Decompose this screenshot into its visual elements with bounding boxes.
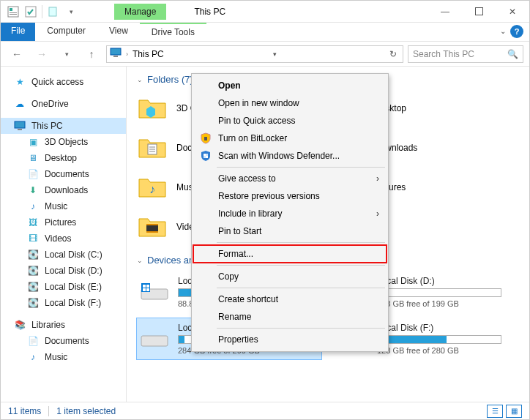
ctx-label: Scan with Windows Defender...: [218, 151, 340, 161]
refresh-button[interactable]: ↻: [387, 49, 400, 59]
sidebar-item-label: Downloads: [45, 185, 88, 195]
address-box[interactable]: › This PC ▾ ↻: [106, 45, 403, 63]
svg-rect-25: [146, 285, 149, 288]
sidebar-local-disk-d[interactable]: 💽Local Disk (D:): [1, 263, 126, 279]
ctx-give-access-to[interactable]: Give access to›: [193, 170, 387, 187]
drive-icon: 💽: [27, 249, 39, 260]
sidebar-desktop[interactable]: 🖥Desktop: [1, 150, 126, 166]
drive-icon: 💽: [27, 265, 39, 277]
ctx-pin-to-start[interactable]: Pin to Start: [193, 222, 387, 240]
drive-label: Local Disk (F:): [377, 323, 501, 333]
nav-back-button[interactable]: ←: [7, 45, 27, 64]
sidebar-local-disk-c[interactable]: 💽Local Disk (C:): [1, 247, 126, 263]
view-details-button[interactable]: ☰: [487, 405, 503, 418]
sidebar-item-label: Quick access: [31, 77, 83, 87]
view-tab[interactable]: View: [97, 23, 140, 41]
ctx-rename[interactable]: Rename: [193, 308, 387, 326]
svg-rect-31: [204, 137, 207, 140]
sidebar-videos[interactable]: 🎞Videos: [1, 230, 126, 247]
nav-up-button[interactable]: ↑: [81, 45, 102, 64]
sidebar-item-label: Music: [45, 352, 67, 362]
ctx-separator: [217, 328, 385, 329]
sidebar-music[interactable]: ♪Music: [1, 198, 126, 214]
sidebar-downloads[interactable]: ⬇Downloads: [1, 182, 126, 198]
folder-icon: [137, 211, 168, 242]
minimize-button[interactable]: —: [428, 1, 462, 23]
ctx-label: Include in library: [218, 209, 282, 219]
section-title-label: Folders (7): [147, 74, 193, 85]
ctx-format[interactable]: Format...: [193, 245, 387, 263]
sidebar-libraries[interactable]: 📚Libraries: [1, 317, 126, 333]
ctx-separator: [217, 265, 385, 266]
help-button[interactable]: ?: [510, 25, 523, 38]
drive-icon: [138, 326, 171, 352]
breadcrumb-location[interactable]: This PC: [132, 49, 164, 59]
ctx-open[interactable]: Open: [193, 77, 387, 94]
qat-properties-icon[interactable]: [5, 4, 21, 20]
close-button[interactable]: ✕: [496, 1, 529, 23]
sidebar-item-label: This PC: [31, 121, 63, 131]
ctx-separator: [217, 242, 385, 243]
sidebar-local-disk-e[interactable]: 💽Local Disk (E:): [1, 279, 126, 295]
search-box[interactable]: Search This PC 🔍: [408, 45, 523, 63]
sidebar-item-label: Documents: [45, 169, 89, 179]
ctx-properties[interactable]: Properties: [193, 331, 387, 348]
svg-rect-34: [204, 156, 206, 158]
ctx-pin-quick-access[interactable]: Pin to Quick access: [193, 112, 387, 130]
drive-free-text: 123 GB free of 280 GB: [377, 346, 501, 355]
sidebar-item-label: Libraries: [31, 320, 65, 330]
drive-icon: [138, 279, 171, 305]
ctx-label: Give access to: [218, 173, 276, 184]
sidebar-quick-access[interactable]: ★Quick access: [1, 74, 126, 90]
ctx-include-in-library[interactable]: Include in library›: [193, 205, 387, 222]
manage-contextual-tab[interactable]: Manage: [114, 4, 166, 20]
nav-forward-button[interactable]: →: [31, 45, 52, 64]
qat-newfolder-icon[interactable]: [45, 4, 61, 20]
svg-rect-6: [475, 8, 482, 15]
sidebar-3d-objects[interactable]: ▣3D Objects: [1, 134, 126, 150]
sidebar-local-disk-f[interactable]: 💽Local Disk (F:): [1, 295, 126, 311]
submenu-arrow-icon: ›: [376, 173, 379, 184]
ctx-create-shortcut[interactable]: Create shortcut: [193, 290, 387, 308]
sidebar-onedrive[interactable]: ☁OneDrive: [1, 96, 126, 112]
qat-checkbox-icon[interactable]: [23, 4, 39, 20]
qat-dropdown-icon[interactable]: ▾: [63, 4, 79, 20]
ctx-label: Turn on BitLocker: [218, 133, 287, 143]
drive-tools-tab[interactable]: Drive Tools: [140, 23, 206, 41]
address-dropdown-icon[interactable]: ▾: [270, 50, 280, 58]
sidebar-this-pc[interactable]: This PC: [1, 118, 126, 134]
window-title: This PC: [166, 7, 428, 17]
file-tab[interactable]: File: [1, 23, 35, 41]
svg-rect-3: [10, 14, 17, 15]
chevron-down-icon: ⌄: [137, 76, 143, 83]
sidebar-lib-music[interactable]: ♪Music: [1, 349, 126, 365]
sidebar-item-label: OneDrive: [31, 99, 69, 109]
ctx-bitlocker[interactable]: Turn on BitLocker: [193, 130, 387, 147]
documents-icon: 📄: [27, 168, 39, 180]
ctx-separator: [217, 288, 385, 288]
navigation-pane: ★Quick access ☁OneDrive This PC ▣3D Obje…: [1, 67, 127, 402]
sidebar-item-label: Desktop: [45, 153, 77, 163]
shield-lock-icon: [199, 132, 212, 145]
ribbon-collapse-icon[interactable]: ⌄: [500, 27, 506, 35]
computer-tab[interactable]: Computer: [35, 23, 97, 41]
svg-rect-20: [146, 224, 158, 225]
sidebar-pictures[interactable]: 🖼Pictures: [1, 214, 126, 230]
ctx-open-new-window[interactable]: Open in new window: [193, 94, 387, 112]
ctx-defender-scan[interactable]: Scan with Windows Defender...: [193, 147, 387, 165]
ctx-restore-previous[interactable]: Restore previous versions: [193, 187, 387, 205]
svg-rect-35: [206, 156, 208, 158]
nav-recent-dropdown[interactable]: ▾: [56, 45, 77, 64]
thispc-icon: [110, 47, 122, 61]
svg-rect-8: [113, 56, 118, 57]
svg-rect-24: [143, 285, 146, 288]
view-thumbnails-button[interactable]: ▦: [506, 405, 522, 418]
sidebar-lib-documents[interactable]: 📄Documents: [1, 333, 126, 349]
breadcrumb-chevron-icon[interactable]: ›: [126, 50, 128, 58]
sidebar-documents[interactable]: 📄Documents: [1, 166, 126, 182]
ctx-copy[interactable]: Copy: [193, 268, 387, 285]
cloud-icon: ☁: [14, 98, 26, 110]
maximize-button[interactable]: [462, 1, 496, 23]
search-icon: 🔍: [507, 49, 518, 59]
sidebar-item-label: Local Disk (F:): [45, 298, 101, 308]
